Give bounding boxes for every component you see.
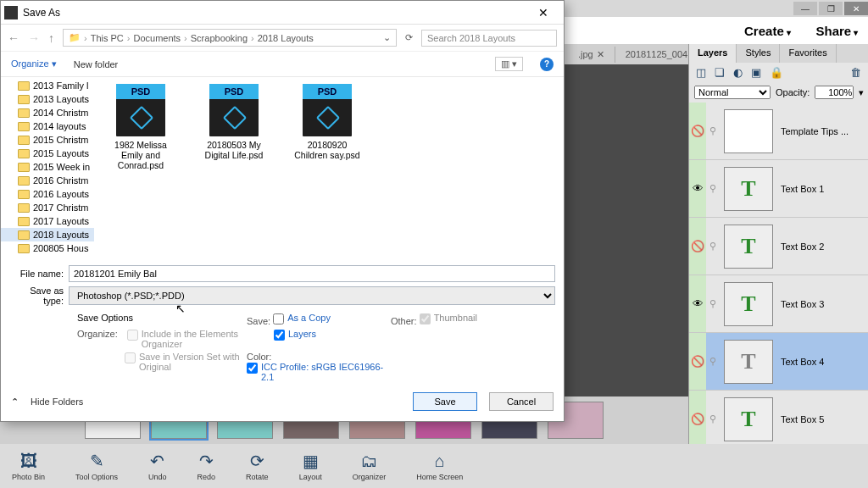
folder-tree-item[interactable]: 2013 Family l <box>1 79 94 92</box>
blend-mode-select[interactable]: Normal <box>694 86 771 99</box>
address-breadcrumb[interactable]: 📁 › This PC› Documents› Scrapbooking› 20… <box>63 29 397 47</box>
link-icon[interactable]: ⚲ <box>706 333 720 390</box>
bottom-toolbar: 🖼Photo Bin✎Tool Options↶Undo↷Redo⟳Rotate… <box>0 444 868 488</box>
layer-row[interactable]: 🚫⚲TText Box 5 <box>689 391 868 444</box>
visibility-toggle[interactable]: 👁 <box>689 160 706 217</box>
folder-tree-item[interactable]: 200805 Hous <box>1 241 94 255</box>
chevron-up-icon[interactable]: ⌃ <box>11 396 19 408</box>
folder-icon: 📁 <box>69 32 81 43</box>
layer-thumbnail: T <box>724 340 773 384</box>
chevron-down-icon[interactable]: ▾ <box>859 87 864 98</box>
nav-back-button[interactable]: ← <box>8 31 19 45</box>
window-maximize-button[interactable]: ❐ <box>819 2 843 15</box>
layer-name[interactable]: Text Box 5 <box>777 414 868 424</box>
layer-name[interactable]: Text Box 4 <box>777 357 868 367</box>
nav-up-button[interactable]: ↑ <box>48 31 54 45</box>
layer-row[interactable]: 🚫⚲TText Box 2 <box>689 218 868 275</box>
search-input[interactable]: Search 2018 Layouts <box>421 30 557 47</box>
save-button[interactable]: Save <box>413 392 477 411</box>
as-a-copy-checkbox[interactable] <box>273 313 284 324</box>
toolbar-button[interactable]: ⟳Rotate <box>246 451 269 481</box>
folder-tree-item[interactable]: 2017 Christm <box>1 201 94 214</box>
window-close-button[interactable]: ✕ <box>844 2 868 15</box>
layers-toolbar: ◫ ❏ ◐ ▣ 🔒 🗑 <box>689 63 868 82</box>
layer-name[interactable]: Text Box 3 <box>777 299 868 309</box>
folder-tree-item[interactable]: 2015 Christm <box>1 133 94 147</box>
layer-name[interactable]: Template Tips ... <box>777 126 868 136</box>
dialog-close-button[interactable]: ✕ <box>526 6 560 19</box>
link-icon[interactable]: ⚲ <box>706 160 720 217</box>
folder-tree[interactable]: 2013 Family l2013 Layouts2014 Christm201… <box>1 77 94 262</box>
lock-icon[interactable]: 🔒 <box>770 66 783 79</box>
new-group-icon[interactable]: ❏ <box>715 66 725 79</box>
file-item[interactable]: 20180920 Children say.psd <box>291 84 364 160</box>
mask-icon[interactable]: ▣ <box>751 66 761 79</box>
layers-panel: Layers Styles Favorites ◫ ❏ ◐ ▣ 🔒 🗑 Norm… <box>688 44 868 444</box>
visibility-toggle[interactable]: 🚫 <box>689 391 706 444</box>
folder-tree-item[interactable]: 2017 Layouts <box>1 214 94 228</box>
trash-icon[interactable]: 🗑 <box>850 66 861 79</box>
folder-tree-item[interactable]: 2015 Layouts <box>1 147 94 160</box>
file-item[interactable]: 20180503 My Digital Life.psd <box>198 84 270 160</box>
visibility-toggle[interactable]: 🚫 <box>689 218 706 274</box>
file-item[interactable]: 1982 Melissa Emily and Conrad.psd <box>104 84 177 170</box>
folder-tree-item[interactable]: 2014 Christm <box>1 106 94 119</box>
window-minimize-button[interactable]: — <box>793 2 817 15</box>
psd-file-icon <box>209 84 259 136</box>
toolbar-button[interactable]: ⌂Home Screen <box>416 452 463 481</box>
folder-tree-item[interactable]: 2018 Layouts <box>1 228 94 241</box>
visibility-toggle[interactable]: 🚫 <box>689 333 706 390</box>
layer-row[interactable]: 👁⚲TText Box 1 <box>689 160 868 218</box>
toolbar-button[interactable]: ↶Undo <box>148 451 167 481</box>
folder-tree-item[interactable]: 2014 layouts <box>1 119 94 133</box>
close-icon[interactable]: ✕ <box>597 49 604 60</box>
cancel-button[interactable]: Cancel <box>489 392 554 411</box>
help-icon[interactable]: ? <box>540 58 554 71</box>
visibility-toggle[interactable]: 👁 <box>689 275 706 332</box>
toolbar-button[interactable]: 🖼Photo Bin <box>12 452 45 481</box>
panel-tab-styles[interactable]: Styles <box>737 44 780 63</box>
tool-icon: ✎ <box>90 451 104 471</box>
folder-tree-item[interactable]: 2015 Week in <box>1 160 94 174</box>
adjustment-icon[interactable]: ◐ <box>733 66 743 79</box>
organize-menu[interactable]: Organize ▾ <box>11 58 57 69</box>
filename-input[interactable] <box>69 265 555 282</box>
share-menu[interactable]: Share <box>816 24 858 38</box>
toolbar-button[interactable]: ▦Layout <box>299 451 322 481</box>
opacity-input[interactable] <box>815 86 854 99</box>
layers-checkbox[interactable] <box>274 330 285 341</box>
icc-profile-checkbox[interactable] <box>247 363 258 374</box>
file-list-area[interactable]: 1982 Melissa Emily and Conrad.psd2018050… <box>94 77 564 262</box>
savetype-select[interactable]: Photoshop (*.PSD;*.PDD) <box>69 286 555 305</box>
new-folder-button[interactable]: New folder <box>74 59 119 69</box>
toolbar-button[interactable]: ↷Redo <box>198 451 216 481</box>
psd-file-icon <box>303 84 352 136</box>
panel-tab-layers[interactable]: Layers <box>689 44 737 63</box>
view-mode-menu[interactable]: ▥ ▾ <box>495 57 523 71</box>
layer-row[interactable]: 🚫⚲TText Box 4 <box>689 333 868 391</box>
folder-tree-item[interactable]: 2016 Christm <box>1 174 94 187</box>
link-icon[interactable]: ⚲ <box>706 218 720 274</box>
save-as-dialog: Save As ✕ ← → ↑ 📁 › This PC› Documents› … <box>0 0 565 422</box>
organize-sub-label: Organize: <box>77 329 118 339</box>
visibility-toggle[interactable]: 🚫 <box>689 103 706 159</box>
layer-row[interactable]: 👁⚲TText Box 3 <box>689 275 868 333</box>
toolbar-button[interactable]: ✎Tool Options <box>75 451 118 481</box>
layer-name[interactable]: Text Box 2 <box>777 241 868 252</box>
link-icon[interactable]: ⚲ <box>706 103 720 159</box>
hide-folders-toggle[interactable]: Hide Folders <box>31 396 83 407</box>
link-icon[interactable]: ⚲ <box>706 391 720 444</box>
nav-forward-button[interactable]: → <box>28 31 40 45</box>
refresh-icon[interactable]: ⟳ <box>405 32 413 43</box>
link-icon[interactable]: ⚲ <box>706 275 720 332</box>
thumbnail-checkbox <box>420 313 431 324</box>
create-menu[interactable]: Create <box>744 24 790 38</box>
folder-tree-item[interactable]: 2016 Layouts <box>1 187 94 201</box>
new-layer-icon[interactable]: ◫ <box>696 66 706 79</box>
document-tab[interactable]: .jpg✕ <box>568 47 615 63</box>
toolbar-button[interactable]: 🗂Organizer <box>353 452 387 481</box>
layer-name[interactable]: Text Box 1 <box>777 184 868 194</box>
folder-tree-item[interactable]: 2013 Layouts <box>1 92 94 106</box>
layer-row[interactable]: 🚫⚲Template Tips ... <box>689 103 868 160</box>
panel-tab-favorites[interactable]: Favorites <box>780 44 836 63</box>
